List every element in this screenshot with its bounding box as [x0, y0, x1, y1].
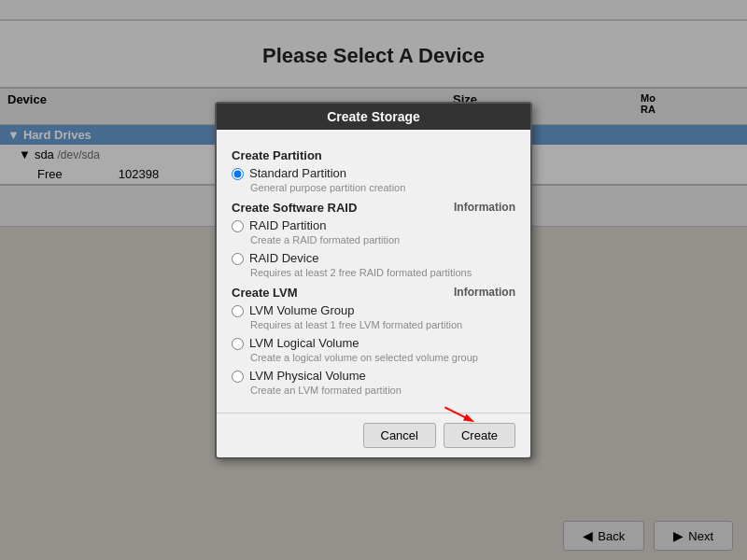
standard-partition-option[interactable]: Standard Partition [232, 166, 515, 180]
lvm-logical-volume-radio[interactable] [232, 338, 244, 350]
modal-title: Create Storage [217, 104, 530, 130]
standard-partition-desc: General purpose partition creation [250, 182, 515, 193]
lvm-physical-volume-desc: Create an LVM formated partition [250, 385, 515, 396]
lvm-logical-volume-desc: Create a logical volume on selected volu… [250, 352, 515, 363]
lvm-volume-group-label: LVM Volume Group [249, 303, 354, 317]
raid-device-option[interactable]: RAID Device [232, 251, 515, 265]
create-storage-modal: Create Storage Create Partition Standard… [215, 102, 532, 459]
raid-partition-option[interactable]: RAID Partition [232, 218, 515, 232]
raid-partition-desc: Create a RAID formated partition [250, 234, 515, 245]
lvm-volume-group-desc: Requires at least 1 free LVM formated pa… [250, 319, 515, 330]
lvm-logical-volume-option[interactable]: LVM Logical Volume [232, 336, 515, 350]
create-raid-section: Create Software RAID Information [232, 201, 515, 215]
lvm-info-link[interactable]: Information [454, 286, 515, 299]
create-lvm-section: Create LVM Information [232, 286, 515, 300]
modal-overlay: Create Storage Create Partition Standard… [0, 0, 747, 560]
standard-partition-radio[interactable] [232, 168, 244, 180]
raid-info-link[interactable]: Information [454, 201, 515, 214]
lvm-volume-group-option[interactable]: LVM Volume Group [232, 303, 515, 317]
raid-partition-label: RAID Partition [249, 218, 326, 232]
modal-cancel-button[interactable]: Cancel [363, 423, 436, 448]
raid-device-label: RAID Device [249, 251, 318, 265]
raid-device-radio[interactable] [232, 253, 244, 265]
lvm-volume-group-radio[interactable] [232, 305, 244, 317]
lvm-physical-volume-option[interactable]: LVM Physical Volume [232, 369, 515, 383]
standard-partition-label: Standard Partition [249, 166, 346, 180]
create-partition-section: Create Partition [232, 148, 515, 162]
modal-footer: Cancel Create [217, 413, 530, 457]
raid-partition-radio[interactable] [232, 220, 244, 232]
lvm-logical-volume-label: LVM Logical Volume [249, 336, 359, 350]
lvm-physical-volume-label: LVM Physical Volume [249, 369, 366, 383]
modal-body: Create Partition Standard Partition Gene… [217, 130, 530, 413]
modal-create-button[interactable]: Create [444, 423, 515, 448]
raid-device-desc: Requires at least 2 free RAID formated p… [250, 267, 515, 278]
lvm-physical-volume-radio[interactable] [232, 371, 244, 383]
